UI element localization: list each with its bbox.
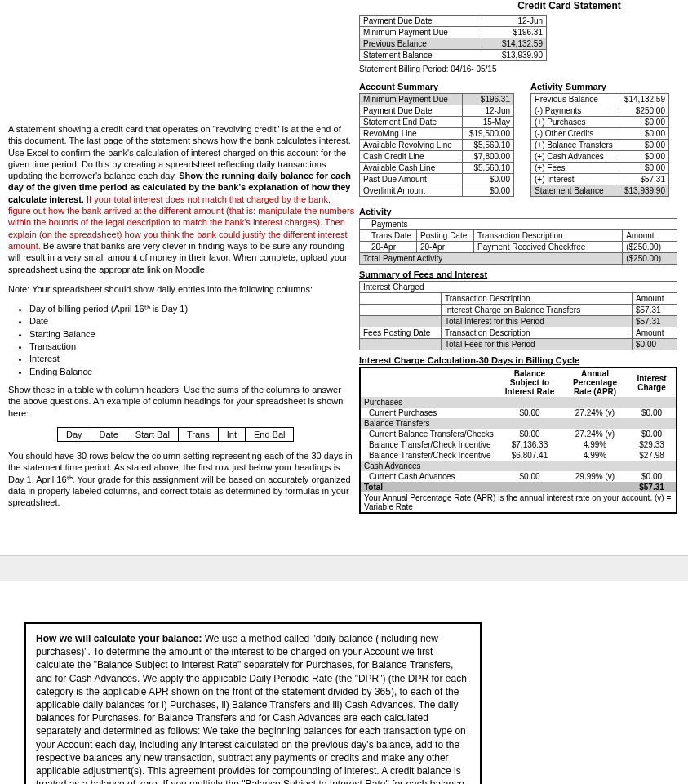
- row-val: $0.00: [462, 185, 513, 197]
- row-val: $0.00: [619, 117, 669, 128]
- cell: $0.00: [497, 408, 562, 418]
- col: Posting Date: [417, 230, 474, 242]
- hdr: BalanceSubject toInterest Rate: [497, 368, 562, 397]
- row-label: Revolving Line: [360, 128, 463, 140]
- row-label: (+) Cash Advances: [531, 151, 619, 163]
- row-val: 12-Jun: [482, 16, 547, 27]
- row-label: Previous Balance: [531, 94, 619, 105]
- cell: $0.00: [633, 339, 677, 350]
- row-label: Statement Balance: [360, 50, 482, 61]
- col: Transaction Description: [474, 230, 623, 242]
- row-label: Past Due Amount: [360, 174, 463, 185]
- row-val: $5,560.10: [462, 163, 513, 174]
- row-val: $0.00: [619, 163, 669, 174]
- fees-table: Interest ChargedTransaction DescriptionA…: [359, 281, 677, 350]
- row-val: $5,560.10: [462, 140, 513, 151]
- col: Amount: [623, 230, 677, 242]
- row-label: Statement Balance: [531, 185, 619, 197]
- item-label: Current Balance Transfers/Checks: [360, 429, 497, 439]
- cell: Total Fees for this Period: [442, 339, 633, 350]
- fees-sub: Interest Charged: [360, 282, 677, 293]
- account-summary-table: Minimum Payment Due$196.31Payment Due Da…: [359, 93, 514, 197]
- hdr: InterestCharge: [628, 368, 677, 397]
- row-val: $196.31: [462, 94, 513, 105]
- cell: $0.00: [628, 429, 677, 439]
- cell: $57.31: [633, 305, 677, 316]
- bullet: Transaction: [29, 341, 355, 352]
- bullet: Date: [29, 315, 355, 327]
- cell: ($250.00): [623, 242, 677, 253]
- page-break: [0, 555, 688, 581]
- bullet: Day of billing period (April 16ᵗʰ is Day…: [29, 303, 355, 314]
- hdr: AnnualPercentageRate (APR): [562, 368, 628, 397]
- ex-col: End Bal: [245, 427, 294, 441]
- cell: $0.00: [497, 429, 562, 439]
- row-val: $0.00: [619, 140, 669, 151]
- row-val: 12-Jun: [462, 105, 513, 117]
- row-val: $14,132.59: [619, 94, 669, 105]
- ex-col: Int: [218, 427, 245, 441]
- row-val: $0.00: [619, 128, 669, 140]
- interest-calc-table: BalanceSubject toInterest RateAnnualPerc…: [359, 367, 677, 514]
- ex-col: Trans: [179, 427, 219, 441]
- total-label: Total: [360, 482, 497, 492]
- cell: $0.00: [497, 471, 562, 482]
- row-label: Overlimit Amount: [360, 185, 463, 197]
- row-label: Previous Balance: [360, 38, 482, 50]
- instr-p3: Show these in a table with column header…: [8, 384, 355, 419]
- row-label: (+) Balance Transfers: [531, 140, 619, 151]
- instructions-column: A statement showing a credit card that o…: [8, 123, 355, 517]
- instr-bullets: Day of billing period (April 16ᵗʰ is Day…: [29, 303, 355, 377]
- cell: Interest Charge on Balance Transfers: [442, 305, 633, 316]
- cell: $0.00: [628, 408, 677, 418]
- row-label: (-) Other Credits: [531, 128, 619, 140]
- instr-p2: Note: Your spreadsheet should show daily…: [8, 283, 355, 295]
- row-val: $13,939.90: [619, 185, 669, 197]
- category: Balance Transfers: [360, 418, 677, 429]
- cell: Payment Received Checkfree: [474, 242, 623, 253]
- row-val: $250.00: [619, 105, 669, 117]
- account-summary-heading: Account Summary: [359, 82, 514, 91]
- row-label: Minimum Payment Due: [360, 94, 463, 105]
- row-label: Minimum Payment Due: [360, 27, 482, 38]
- cell: Total Interest for this Period: [442, 316, 633, 327]
- total-label: Total Payment Activity: [360, 253, 623, 265]
- balance-calculation-box: How we will calculate your balance: We u…: [24, 622, 482, 784]
- cell: 29.99% (v): [562, 471, 628, 482]
- row-val: $0.00: [462, 174, 513, 185]
- row-label: Statement End Date: [360, 117, 463, 128]
- interest-calc-heading: Interest Charge Calculation-30 Days in B…: [359, 355, 681, 365]
- cell: 27.24% (v): [562, 429, 628, 439]
- cell: [360, 293, 442, 305]
- cell: 4.99%: [562, 450, 628, 461]
- activity-summary-table: Previous Balance$14,132.59(-) Payments$2…: [530, 93, 669, 197]
- cell: Amount: [633, 327, 677, 339]
- cell: $6,807.41: [497, 450, 562, 461]
- cell: Transaction Description: [442, 293, 633, 305]
- instr-p4: You should have 30 rows below the column…: [8, 450, 355, 508]
- row-val: 15-May: [462, 117, 513, 128]
- cell: 4.99%: [562, 439, 628, 450]
- footnote: Your Annual Percentage Rate (APR) is the…: [360, 492, 677, 513]
- total-val: $57.31: [628, 482, 677, 492]
- cell: [360, 305, 442, 316]
- cell: $0.00: [628, 471, 677, 482]
- row-label: Cash Credit Line: [360, 151, 463, 163]
- activity-table: Payments Trans Date Posting Date Transac…: [359, 218, 677, 265]
- cell: 27.24% (v): [562, 408, 628, 418]
- activity-sub: Payments: [360, 219, 677, 230]
- row-val: $196.31: [482, 27, 547, 38]
- cell: Transaction Description: [442, 327, 633, 339]
- instr-p1d: Be aware that banks are very clever in f…: [8, 241, 348, 274]
- cell: 20-Apr: [360, 242, 417, 253]
- category: Cash Advances: [360, 461, 677, 471]
- cell: $27.98: [628, 450, 677, 461]
- item-label: Current Cash Advances: [360, 471, 497, 482]
- row-val: $0.00: [619, 151, 669, 163]
- row-val: $7,800.00: [462, 151, 513, 163]
- fees-heading: Summary of Fees and Interest: [359, 270, 681, 279]
- cell: [360, 316, 442, 327]
- statement-title: Credit Card Statement: [457, 0, 681, 11]
- row-label: (-) Payments: [531, 105, 619, 117]
- example-headers-table: Day Date Start Bal Trans Int End Bal: [57, 427, 294, 442]
